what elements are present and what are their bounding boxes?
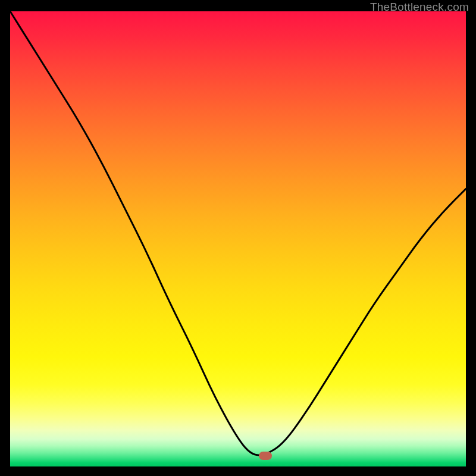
- bottleneck-curve: [10, 11, 466, 466]
- chart-plot-area: [10, 11, 466, 466]
- watermark-text: TheBottleneck.com: [370, 1, 469, 14]
- optimal-point-marker: [259, 452, 272, 460]
- chart-frame: TheBottleneck.com: [0, 0, 476, 476]
